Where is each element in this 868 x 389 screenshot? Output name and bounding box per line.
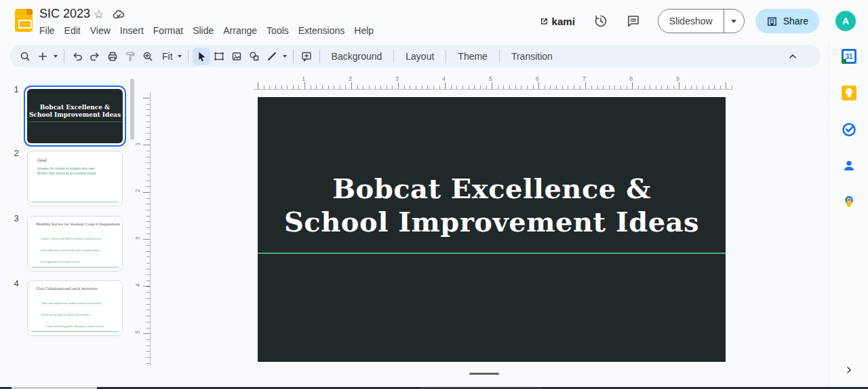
filmstrip: 1 Bobcat Excellence & School Improvement… [0,71,136,369]
theme-button[interactable]: Theme [450,51,495,62]
google-calendar-icon[interactable]: 31 [841,48,857,64]
menu-bar: File Edit View Insert Format Slide Arran… [35,24,378,37]
zoom-in-icon[interactable] [139,48,157,65]
redo-icon[interactable] [86,48,104,65]
paint-format-icon[interactable] [121,48,139,65]
google-keep-icon[interactable] [841,85,857,101]
insert-shape-icon[interactable] [245,48,263,65]
cloud-saved-icon[interactable] [112,8,125,22]
slideshow-button[interactable]: Slideshow [658,10,724,33]
menu-extensions[interactable]: Extensions [294,24,349,37]
header: SIC 2023 ☆ File Edit View Insert Format … [0,0,868,42]
slide-1-thumbnail[interactable]: Bobcat Excellence & School Improvement I… [24,86,126,147]
slide-4-number: 4 [11,278,22,289]
menu-help[interactable]: Help [349,24,378,37]
text-box-icon[interactable] [210,48,228,65]
slide-1-thumb-title: Bobcat Excellence & School Improvement I… [27,104,123,119]
slide-2-thumbnail[interactable]: Goal Increase the number of students who… [27,151,123,206]
kami-label: kami [552,16,575,27]
horizontal-ruler: 1 2 3 4 5 6 7 8 9 [254,76,732,90]
google-slides-logo-icon[interactable] [15,9,33,32]
menu-tools[interactable]: Tools [262,24,294,37]
menu-insert[interactable]: Insert [115,24,149,37]
side-panel: 31 [829,42,868,389]
google-contacts-icon[interactable] [841,158,857,174]
slide-title-text[interactable]: Bobcat Excellence & School Improvement I… [258,172,726,238]
menu-slide[interactable]: Slide [188,24,218,37]
speaker-notes-drag-handle[interactable] [469,373,499,375]
share-label: Share [783,16,808,26]
google-slides-app: SIC 2023 ☆ File Edit View Insert Format … [0,0,868,389]
background-button[interactable]: Background [324,51,390,62]
insert-comment-icon[interactable] [298,48,315,65]
slide-2-number: 2 [11,148,22,158]
print-icon[interactable] [104,48,121,65]
share-button[interactable]: Share [755,9,819,33]
insert-line-icon[interactable] [263,48,281,65]
version-history-icon[interactable] [593,13,609,29]
fit-dropdown-caret[interactable] [176,55,184,58]
menu-edit[interactable]: Edit [60,24,85,37]
toolbar: Fit [9,45,821,67]
collapse-toolbar-icon[interactable] [784,48,802,65]
slide-4-thumbnail[interactable]: Club Collaboration/Lunch Activities - Cl… [27,280,123,336]
slide-3-thumbnail[interactable]: Monthly Survey for Student Council Sugge… [27,216,123,272]
show-side-panel-icon[interactable] [844,365,854,375]
slide-3-thumb-rule [31,267,119,268]
slide-3-thumb-title: Monthly Survey for Student Council Sugge… [36,222,120,226]
menu-format[interactable]: Format [149,24,188,37]
current-slide[interactable]: Bobcat Excellence & School Improvement I… [258,97,726,362]
slide-1-number: 1 [11,84,22,94]
zoom-add-icon[interactable] [34,48,52,65]
chevron-down-icon [731,20,736,23]
transition-button[interactable]: Transition [504,51,560,62]
organization-icon [766,16,778,27]
slideshow-options-button[interactable] [724,10,744,33]
google-maps-icon[interactable] [841,193,857,210]
menu-arrange[interactable]: Arrange [218,24,262,37]
zoom-fit-label[interactable]: Fit [157,51,176,62]
vertical-ruler: 1 2 3 4 5 [136,92,151,366]
slide-accent-rule [258,253,726,254]
slide-2-thumb-rule [31,202,119,203]
editing-canvas: 1 2 3 4 5 6 7 8 9 1 2 3 4 5 Bobcat Excel… [136,71,829,387]
slide-1-thumb-rule [27,122,123,122]
line-dropdown-caret[interactable] [281,55,289,58]
undo-icon[interactable] [68,48,86,65]
slide-4-thumb-title: Club Collaboration/Lunch Activities [36,286,98,291]
account-avatar[interactable]: A [835,11,856,31]
star-icon[interactable]: ☆ [94,8,104,22]
slide-4-thumb-rule [31,331,119,333]
slideshow-split-button: Slideshow [658,9,745,33]
zoom-dropdown-caret[interactable] [52,55,60,58]
kami-extension-button[interactable]: kami [540,16,575,27]
external-link-icon [540,17,549,26]
slide-2-thumb-title: Goal [37,158,47,162]
slide-1-thumb-canvas: Bobcat Excellence & School Improvement I… [27,89,123,143]
insert-image-icon[interactable] [228,48,245,65]
slide-4-thumb-body: - Clubs work together for student intere… [39,295,111,336]
comments-icon[interactable] [625,13,642,29]
search-menus-icon[interactable] [16,48,34,65]
slide-3-thumb-body: - Student Council and JROTC members will… [39,230,103,272]
select-tool-icon[interactable] [193,48,210,65]
layout-button[interactable]: Layout [398,51,441,62]
menu-view[interactable]: View [85,24,115,37]
google-tasks-icon[interactable] [841,122,857,138]
menu-file[interactable]: File [35,24,60,37]
slide-3-number: 3 [11,213,22,223]
document-title[interactable]: SIC 2023 [39,7,90,21]
filmstrip-scrollbar[interactable] [130,79,134,140]
